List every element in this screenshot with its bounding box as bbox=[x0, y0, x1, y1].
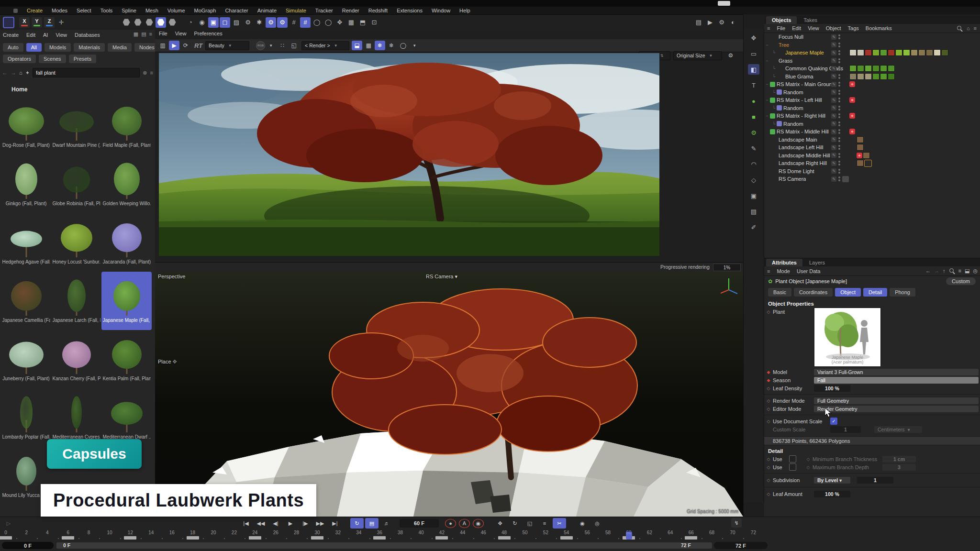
menu-item[interactable]: MoGraph bbox=[194, 8, 216, 13]
menu-item[interactable]: Select bbox=[77, 8, 91, 13]
rt-mode-label[interactable]: RT bbox=[194, 42, 202, 49]
om-menu-item[interactable]: File bbox=[777, 25, 785, 31]
panel-tab[interactable]: Layers bbox=[803, 259, 831, 266]
rail-tool-icon[interactable]: ✐ bbox=[748, 222, 759, 232]
keyframe-marker[interactable] bbox=[311, 536, 323, 540]
rail-tool-icon[interactable]: ◧ bbox=[748, 64, 759, 75]
object-row[interactable]: └ Japanese Maple ✎ bbox=[764, 49, 980, 57]
plant-preview[interactable]: Japanese Maple (Acer palmatum) bbox=[814, 308, 881, 367]
object-tag[interactable] bbox=[895, 49, 902, 56]
toolbar-icon[interactable]: # bbox=[300, 17, 311, 28]
attribute-tab-chip[interactable]: Detail bbox=[863, 288, 887, 297]
keyframe-marker[interactable] bbox=[685, 536, 697, 540]
object-tag[interactable] bbox=[842, 89, 849, 95]
om-menu-item[interactable]: Edit bbox=[792, 25, 801, 31]
asset-item[interactable]: Lombardy Poplar (Fall... bbox=[1, 388, 51, 447]
visibility-dots[interactable] bbox=[838, 129, 840, 134]
object-tag[interactable] bbox=[857, 136, 864, 143]
menu-item[interactable]: Mesh bbox=[145, 8, 158, 13]
axis-lock-button[interactable]: X bbox=[19, 17, 30, 28]
object-row[interactable]: RS Camera ✎ bbox=[764, 175, 980, 183]
record-channel-toggle[interactable]: ✂ bbox=[553, 518, 566, 529]
object-name[interactable]: RS Camera bbox=[779, 176, 806, 182]
asset-view-icon[interactable]: ▦ bbox=[134, 31, 138, 37]
transport-button[interactable]: ▶ bbox=[284, 518, 297, 529]
object-tag[interactable] bbox=[849, 113, 855, 119]
om-menu-item[interactable]: Tags bbox=[848, 25, 859, 31]
object-tag[interactable] bbox=[888, 49, 895, 56]
crop-region-icon[interactable]: ◱ bbox=[289, 41, 299, 50]
visibility-dots[interactable] bbox=[838, 34, 840, 39]
visibility-dots[interactable] bbox=[838, 66, 840, 71]
visibility-dots[interactable] bbox=[838, 176, 840, 181]
object-name[interactable]: Blue Grama bbox=[785, 74, 813, 79]
asset-item[interactable]: Ginkgo (Fall, Plant) bbox=[1, 155, 51, 213]
rail-tool-icon[interactable]: ▭ bbox=[748, 48, 759, 59]
layer-toggle-icon[interactable]: ✎ bbox=[831, 89, 836, 95]
pixel-grid-icon[interactable]: ∷ bbox=[277, 41, 288, 50]
object-row[interactable]: └ Common Quaking Grass ✎ bbox=[764, 65, 980, 73]
capsule-icon[interactable] bbox=[133, 17, 143, 28]
object-tag[interactable] bbox=[849, 160, 856, 166]
render-shortcut-icon[interactable]: ▤ bbox=[693, 17, 704, 28]
rail-tool-icon[interactable]: ● bbox=[748, 96, 759, 106]
filter-chip[interactable]: Presets bbox=[69, 55, 96, 63]
layer-toggle-icon[interactable]: ✎ bbox=[831, 82, 836, 87]
toolbar-icon[interactable]: ▨ bbox=[231, 17, 242, 28]
visibility-dots[interactable] bbox=[838, 137, 840, 142]
object-tag[interactable] bbox=[865, 73, 872, 80]
object-row[interactable]: Landscape Left Hill ✎ bbox=[764, 143, 980, 152]
search-icon[interactable] bbox=[949, 268, 955, 274]
render-target-dropdown[interactable]: < Render >▼ bbox=[301, 41, 349, 50]
rail-tool-icon[interactable]: ✎ bbox=[748, 143, 759, 154]
filter-chip[interactable]: Media bbox=[108, 43, 132, 52]
layer-toggle-icon[interactable]: ✎ bbox=[831, 161, 836, 166]
rail-tool-icon[interactable]: ◇ bbox=[748, 175, 759, 185]
object-tag[interactable] bbox=[864, 160, 872, 167]
keyframe-marker[interactable] bbox=[373, 536, 386, 540]
layer-toggle-icon[interactable]: ✎ bbox=[831, 50, 836, 55]
object-tag[interactable] bbox=[842, 129, 849, 135]
keyframe-marker[interactable] bbox=[498, 536, 511, 540]
record-channel-toggle[interactable]: ✥ bbox=[493, 518, 507, 529]
image-size-dropdown[interactable]: Original Size▼ bbox=[673, 51, 722, 60]
region-dropdown-icon[interactable]: ▼ bbox=[409, 41, 420, 50]
object-tag[interactable] bbox=[842, 168, 849, 174]
expander-icon[interactable]: └ bbox=[771, 74, 777, 79]
render-shortcut-icon[interactable]: ◐ bbox=[728, 17, 738, 28]
layer-toggle-icon[interactable]: ✎ bbox=[831, 129, 836, 134]
range-start-field[interactable]: 0 F bbox=[2, 542, 54, 549]
layer-toggle-icon[interactable]: ✎ bbox=[831, 74, 836, 79]
attribute-tab-chip[interactable]: Object bbox=[835, 288, 861, 297]
layer-toggle-icon[interactable]: ✎ bbox=[831, 176, 836, 182]
toolbar-icon[interactable]: ✱ bbox=[254, 17, 265, 28]
object-tag[interactable] bbox=[842, 81, 849, 88]
toolbar-icon[interactable]: ⊡ bbox=[369, 17, 379, 28]
rail-tool-icon[interactable]: ▤ bbox=[748, 206, 759, 217]
menu-item[interactable]: Render bbox=[342, 8, 359, 13]
toolbar-icon[interactable]: ◯ bbox=[312, 17, 322, 28]
layout-switch-icon[interactable] bbox=[3, 17, 14, 28]
keyframe-marker[interactable] bbox=[560, 536, 573, 540]
object-name[interactable]: RS Matrix - Main Ground bbox=[777, 81, 835, 87]
object-tag[interactable] bbox=[941, 49, 948, 56]
visibility-dots[interactable] bbox=[838, 161, 840, 165]
toolbar-icon[interactable]: ◯ bbox=[323, 17, 334, 28]
layer-toggle-icon[interactable]: ✎ bbox=[831, 66, 836, 71]
render-settings-gear-icon[interactable]: ⚙ bbox=[725, 51, 736, 60]
transport-button[interactable]: ▶| bbox=[328, 518, 342, 529]
back-icon[interactable]: ← bbox=[2, 69, 8, 76]
object-tag[interactable] bbox=[842, 160, 849, 166]
expander-icon[interactable]: └ bbox=[771, 90, 777, 95]
object-tag[interactable] bbox=[903, 49, 910, 56]
object-tag[interactable] bbox=[849, 152, 856, 158]
asset-item[interactable]: Juneberry (Fall, Plant) bbox=[1, 330, 51, 388]
asset-item[interactable]: Japanese Larch (Fall, Pl... bbox=[51, 272, 101, 330]
object-tag[interactable] bbox=[849, 144, 856, 151]
toolbar-icon[interactable]: ▦ bbox=[346, 17, 356, 28]
asset-menu-item[interactable]: View bbox=[56, 32, 67, 38]
playback-toggle[interactable]: ↻ bbox=[350, 518, 364, 529]
layer-toggle-icon[interactable]: ✎ bbox=[831, 121, 836, 126]
toolbar-icon[interactable]: # bbox=[289, 17, 299, 28]
snapshot-icon[interactable]: ▥ bbox=[157, 41, 168, 50]
